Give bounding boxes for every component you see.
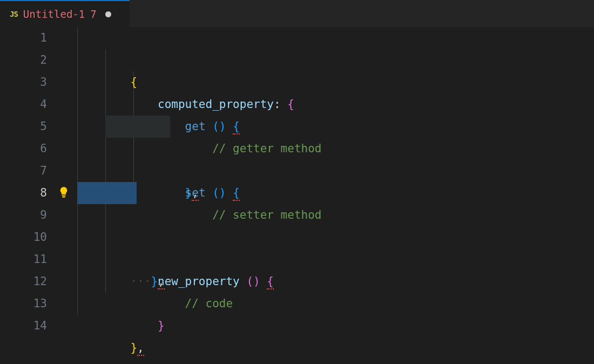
lightbulb-icon[interactable] (58, 186, 70, 198)
open-brace: { (287, 98, 294, 111)
open-brace: { (233, 120, 240, 134)
property-name: computed_property (158, 98, 274, 111)
property-name: new_property (158, 275, 240, 288)
comment: // setter method (212, 208, 321, 221)
colon: : (274, 98, 281, 111)
code-line[interactable]: computed_property: { (62, 49, 594, 71)
close-brace: } (158, 319, 165, 332)
comment: // code (185, 297, 233, 310)
code-line[interactable]: { (62, 27, 594, 49)
parentheses: () (246, 275, 260, 288)
open-brace: { (130, 76, 137, 89)
keyword-set: set (185, 186, 206, 199)
line-number: 13 (0, 293, 47, 315)
line-number: 14 (0, 315, 47, 337)
line-number: 4 (0, 93, 47, 116)
line-number-gutter: 1 2 3 4 5 6 7 8 9 10 11 12 13 14 (0, 27, 62, 364)
tab-title: Untitled-1 (23, 8, 85, 20)
code-line[interactable]: // code (62, 248, 594, 271)
line-number: 9 (0, 204, 47, 226)
tab-problem-count: 7 (90, 8, 96, 20)
line-number: 3 (0, 71, 47, 93)
svg-rect-1 (62, 197, 65, 198)
code-content[interactable]: { computed_property: { get () { // gette… (62, 27, 594, 364)
line-number: 2 (0, 49, 47, 71)
svg-rect-0 (62, 196, 66, 197)
line-number: 10 (0, 226, 47, 248)
open-brace: { (267, 275, 274, 289)
code-line[interactable]: get () { (62, 71, 594, 93)
tab-bar: JS Untitled-1 7 (0, 0, 594, 27)
line-number: 5 (0, 116, 47, 138)
line-number: 12 (0, 271, 47, 293)
code-line[interactable]: new_property () { (62, 226, 594, 248)
open-brace: { (233, 186, 240, 201)
line-number: 8 (0, 182, 47, 204)
editor-tab[interactable]: JS Untitled-1 7 (0, 0, 130, 27)
line-number: 1 (0, 27, 47, 49)
comma: , (137, 341, 144, 356)
code-line[interactable]: // setter method (62, 160, 594, 182)
parentheses: () (212, 186, 226, 199)
code-editor[interactable]: 1 2 3 4 5 6 7 8 9 10 11 12 13 14 { compu… (0, 27, 594, 364)
line-number: 7 (0, 160, 47, 182)
keyword-get: get (185, 120, 206, 133)
line-number: 6 (0, 138, 47, 160)
javascript-icon: JS (10, 10, 18, 18)
close-brace: } (130, 341, 137, 354)
parentheses: () (212, 120, 226, 133)
unsaved-dot-icon (105, 11, 111, 17)
comment: // getter method (212, 142, 321, 155)
line-number: 11 (0, 248, 47, 271)
